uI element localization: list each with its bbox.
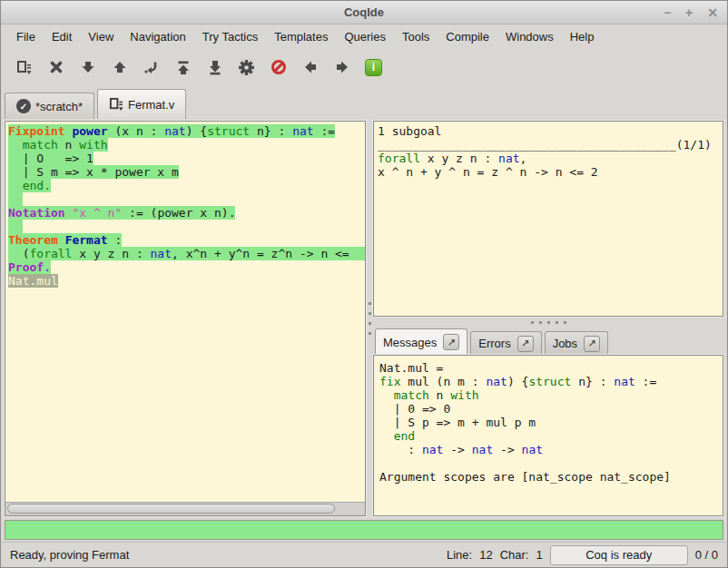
detach-icon: ↗: [448, 337, 456, 348]
code-line: : nat -> nat -> nat: [379, 443, 723, 456]
code-line: Argument scopes are [nat_scope nat_scope…: [379, 470, 723, 484]
tab-errors[interactable]: Errors ↗: [470, 331, 541, 355]
menu-navigation[interactable]: Navigation: [122, 26, 193, 47]
close-x-icon: [49, 60, 64, 74]
menu-compile[interactable]: Compile: [438, 26, 497, 47]
code-line: ________________________________________…: [378, 138, 723, 152]
fully-check-button[interactable]: [231, 53, 262, 82]
code-line: match n with: [8, 138, 365, 152]
tab-jobs[interactable]: Jobs ↗: [545, 331, 608, 355]
tab-scratch-label: *scratch*: [35, 100, 83, 113]
close-icon[interactable]: ✕: [707, 6, 718, 19]
tab-messages-label: Messages: [383, 336, 437, 349]
menu-help[interactable]: Help: [562, 26, 603, 47]
close-button[interactable]: [40, 53, 72, 82]
document-save-icon: [16, 60, 32, 75]
detach-jobs-button[interactable]: ↗: [584, 336, 600, 352]
scrollbar-thumb[interactable]: [7, 504, 335, 514]
menu-queries[interactable]: Queries: [336, 26, 394, 47]
tab-scratch[interactable]: ✓ *scratch*: [5, 93, 94, 119]
arrow-right-icon: [335, 60, 349, 74]
tab-fermat[interactable]: Fermat.v: [97, 89, 186, 119]
gear-icon: [238, 59, 255, 76]
progress-bar: [5, 520, 723, 540]
menu-templates[interactable]: Templates: [266, 26, 336, 47]
code-line: | O => 1: [8, 152, 365, 165]
code-line: fix mul (n m : nat) {struct n} : nat :=: [379, 375, 723, 388]
document-icon: [109, 97, 123, 112]
horizontal-splitter[interactable]: [373, 317, 723, 328]
coqide-window: CoqIde − + ✕ File Edit View Navigation T…: [0, 0, 728, 568]
maximize-icon[interactable]: +: [685, 6, 693, 19]
code-line: end.: [8, 179, 365, 192]
menu-file[interactable]: File: [8, 26, 44, 47]
right-column: 1 subgoal_______________________________…: [373, 121, 723, 516]
title-bar[interactable]: CoqIde − + ✕: [1, 1, 727, 24]
char-value: 1: [536, 548, 542, 562]
arrow-to-top-icon: [176, 60, 191, 75]
tab-messages[interactable]: Messages ↗: [375, 328, 467, 355]
code-line: Nat.mul =: [379, 361, 723, 375]
menu-bar: File Edit View Navigation Try Tactics Te…: [1, 24, 727, 48]
code-line: end: [379, 429, 723, 443]
previous-button[interactable]: [294, 53, 326, 82]
line-label: Line:: [447, 548, 472, 562]
document-tab-bar: ✓ *scratch* Fermat.v: [1, 86, 727, 119]
messages-tab-bar: Messages ↗ Errors ↗ Jobs ↗: [373, 328, 723, 355]
next-button[interactable]: [326, 53, 358, 82]
no-entry-icon: [271, 60, 286, 74]
check-circle-icon: ✓: [16, 99, 31, 113]
script-editor[interactable]: Fixpoint power (x n : nat) {struct n} : …: [5, 122, 365, 502]
code-line: 1 subgoal: [378, 124, 723, 138]
menu-windows[interactable]: Windows: [497, 26, 562, 47]
tab-errors-label: Errors: [478, 337, 510, 350]
editor-horizontal-scrollbar[interactable]: [5, 502, 365, 515]
go-to-end-button[interactable]: [199, 53, 231, 82]
code-line: [8, 192, 365, 206]
detach-icon: ↗: [521, 338, 529, 349]
code-line: match n with: [379, 388, 723, 402]
tab-jobs-label: Jobs: [553, 337, 577, 350]
menu-edit[interactable]: Edit: [44, 26, 80, 47]
forward-one-step-button[interactable]: [72, 53, 103, 82]
menu-try-tactics[interactable]: Try Tactics: [194, 26, 266, 47]
messages-panel[interactable]: Nat.mul =fix mul (n m : nat) {struct n} …: [373, 355, 723, 516]
backward-one-step-button[interactable]: [103, 53, 135, 82]
code-line: | 0 => 0: [379, 402, 723, 416]
window-title: CoqIde: [1, 5, 727, 19]
menu-tools[interactable]: Tools: [394, 26, 438, 47]
arrow-up-icon: [113, 60, 127, 74]
code-line: Proof.: [8, 260, 365, 274]
about-button[interactable]: i: [358, 53, 389, 82]
coq-state-button[interactable]: Coq is ready: [550, 545, 688, 565]
code-line: Notation "x ^ n" := (power x n).: [8, 206, 365, 220]
curved-arrow-icon: [143, 60, 159, 75]
main-area: Fixpoint power (x n : nat) {struct n} : …: [1, 119, 727, 516]
go-to-cursor-button[interactable]: [135, 53, 167, 82]
detach-errors-button[interactable]: ↗: [517, 336, 534, 352]
vertical-splitter[interactable]: [366, 121, 373, 516]
line-value: 12: [479, 548, 492, 562]
restart-button[interactable]: [167, 53, 199, 82]
messages-section: Messages ↗ Errors ↗ Jobs ↗ Nat.mul =fix …: [373, 328, 723, 516]
save-button[interactable]: [8, 53, 40, 82]
char-label: Char:: [500, 548, 529, 562]
script-editor-panel: Fixpoint power (x n : nat) {struct n} : …: [5, 121, 366, 516]
code-line: Theorem Fermat :: [8, 233, 365, 247]
status-bar: Ready, proving Fermat Line: 12 Char: 1 C…: [1, 542, 727, 567]
code-line: [8, 220, 365, 233]
tab-fermat-label: Fermat.v: [128, 98, 174, 112]
interrupt-button[interactable]: [262, 53, 294, 82]
detach-messages-button[interactable]: ↗: [443, 334, 459, 350]
code-line: x ^ n + y ^ n = z ^ n -> n <= 2: [378, 165, 723, 179]
status-right-cluster: Line: 12 Char: 1 Coq is ready 0 / 0: [447, 545, 718, 565]
goals-panel[interactable]: 1 subgoal_______________________________…: [373, 121, 723, 317]
toolbar: i: [1, 48, 727, 86]
arrow-down-icon: [81, 60, 95, 74]
arrow-to-bottom-icon: [208, 60, 222, 75]
goal-counter: 0 / 0: [695, 548, 718, 562]
code-line: | S m => x * power x m: [8, 165, 365, 179]
code-line: | S p => m + mul p m: [379, 416, 723, 429]
minimize-icon[interactable]: −: [664, 6, 671, 19]
menu-view[interactable]: View: [80, 26, 122, 47]
